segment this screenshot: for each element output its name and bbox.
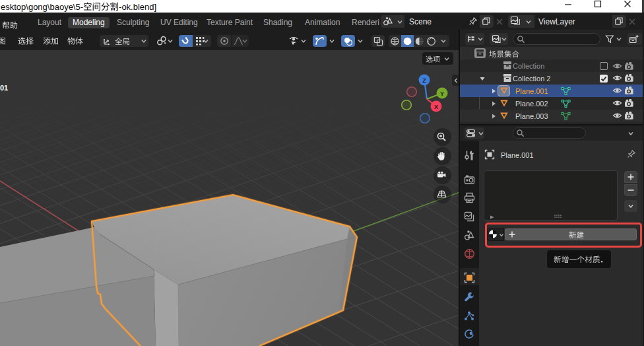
svg-text:X: X [434,104,438,110]
svg-text:Y: Y [440,90,444,97]
svg-text:Z: Z [422,77,426,84]
